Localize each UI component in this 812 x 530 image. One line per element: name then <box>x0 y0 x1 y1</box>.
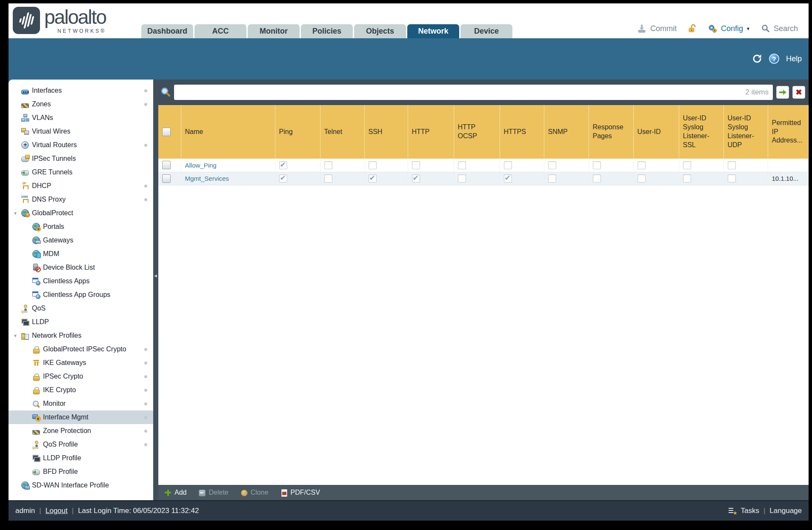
row-1-telnet-checkbox[interactable] <box>324 174 332 182</box>
tasks-icon[interactable] <box>729 507 736 514</box>
table-row[interactable]: Allow_Ping <box>158 159 809 172</box>
row-1-ssh-checkbox[interactable] <box>369 174 377 182</box>
logout-link[interactable]: Logout <box>46 507 68 515</box>
row-0-user-id-checkbox[interactable] <box>638 161 646 169</box>
tab-device[interactable]: Device <box>460 24 512 38</box>
collapse-sidebar-arrow-icon[interactable]: ◄ <box>153 273 158 278</box>
sidebar-item-qos[interactable]: QoS <box>9 302 153 315</box>
row-name-link[interactable]: Allow_Ping <box>185 162 217 169</box>
sidebar-item-sd-wan-interface-profile[interactable]: SD-WAN Interface Profile <box>9 479 153 492</box>
row-0-telnet-checkbox[interactable] <box>324 161 332 169</box>
row-0-response-pages-checkbox[interactable] <box>593 161 601 169</box>
sidebar-item-dhcp[interactable]: DHCP <box>9 179 153 193</box>
sidebar-item-interfaces[interactable]: Interfaces <box>9 84 153 97</box>
search-icon[interactable] <box>761 24 770 33</box>
commit-icon[interactable] <box>637 24 646 33</box>
column-header-permitted-ip-address[interactable]: Permitted IP Address... <box>768 105 809 159</box>
column-header-response-pages[interactable]: Response Pages <box>589 105 633 159</box>
row-0-http-ocsp-checkbox[interactable] <box>458 161 466 169</box>
sidebar-item-globalprotect[interactable]: ▼GlobalProtect <box>9 206 153 220</box>
expand-arrow-icon[interactable]: ▼ <box>12 333 21 338</box>
row-0-ssh-checkbox[interactable] <box>369 161 377 169</box>
sidebar-item-ike-crypto[interactable]: IKE Crypto <box>9 383 153 397</box>
apply-filter-button[interactable] <box>776 86 789 99</box>
column-header-user-id-syslog-listener-ssl[interactable]: User-ID Syslog Listener-SSL <box>679 105 723 159</box>
table-row[interactable]: Mgmt_Services10.1.10... <box>158 172 809 185</box>
sidebar-item-zone-protection[interactable]: Zone Protection <box>9 424 153 438</box>
sidebar-item-virtual-wires[interactable]: Virtual Wires <box>9 125 153 138</box>
sidebar-item-zones[interactable]: Zones <box>9 97 153 111</box>
sidebar-item-clientless-apps[interactable]: Clientless Apps <box>9 274 153 288</box>
row-1-response-pages-checkbox[interactable] <box>593 174 601 182</box>
sidebar-item-virtual-routers[interactable]: Virtual Routers <box>9 138 153 152</box>
tab-objects[interactable]: Objects <box>354 24 406 38</box>
sidebar-item-portals[interactable]: Portals <box>9 220 153 234</box>
sidebar-item-qos-profile[interactable]: QoS Profile <box>9 438 153 451</box>
lock-icon[interactable] <box>688 24 697 33</box>
row-0-http-checkbox[interactable] <box>412 161 420 169</box>
pdf-csv-button[interactable]: PDF/CSV <box>280 489 320 496</box>
column-header-http-ocsp[interactable]: HTTP OCSP <box>454 105 500 159</box>
sidebar-item-vlans[interactable]: VLANs <box>9 111 153 125</box>
tasks-button[interactable]: Tasks <box>741 507 759 515</box>
row-0-ping-checkbox[interactable] <box>279 161 287 169</box>
sidebar-item-clientless-app-groups[interactable]: Clientless App Groups <box>9 288 153 302</box>
sidebar-item-dns-proxy[interactable]: DNS Proxy <box>9 193 153 206</box>
search-button[interactable]: Search <box>774 24 798 33</box>
row-name-link[interactable]: Mgmt_Services <box>185 175 229 182</box>
sidebar-item-ike-gateways[interactable]: IKE Gateways <box>9 356 153 370</box>
row-1-snmp-checkbox[interactable] <box>548 174 556 182</box>
commit-button[interactable]: Commit <box>650 24 677 33</box>
tab-dashboard[interactable]: Dashboard <box>141 24 193 38</box>
sidebar-item-bfd-profile[interactable]: BFD Profile <box>9 465 153 479</box>
config-icon[interactable] <box>708 24 717 33</box>
row-0-https-checkbox[interactable] <box>504 161 512 169</box>
row-1-user-id-syslog-listener-ssl-checkbox[interactable] <box>683 174 691 182</box>
sidebar-item-interface-mgmt[interactable]: Interface Mgmt <box>9 410 153 424</box>
column-header-ssh[interactable]: SSH <box>364 105 408 159</box>
column-header-user-id[interactable]: User-ID <box>633 105 679 159</box>
column-header-snmp[interactable]: SNMP <box>544 105 589 159</box>
column-header-http[interactable]: HTTP <box>408 105 454 159</box>
sidebar-item-lldp[interactable]: LLDP <box>9 315 153 329</box>
row-1-user-id-checkbox[interactable] <box>638 174 646 182</box>
select-all-checkbox[interactable] <box>162 128 171 136</box>
sidebar-item-monitor[interactable]: Monitor <box>9 397 153 410</box>
sidebar-item-lldp-profile[interactable]: LLDP Profile <box>9 451 153 465</box>
sidebar-item-network-profiles[interactable]: ▼Network Profiles <box>9 329 153 342</box>
row-0-user-id-syslog-listener-ssl-checkbox[interactable] <box>683 161 691 169</box>
row-0-select-checkbox[interactable] <box>162 161 171 169</box>
row-1-http-ocsp-checkbox[interactable] <box>458 174 466 182</box>
row-0-snmp-checkbox[interactable] <box>548 161 556 169</box>
sidebar-item-device-block-list[interactable]: Device Block List <box>9 261 153 274</box>
add-button[interactable]: Add <box>164 489 186 496</box>
row-1-select-checkbox[interactable] <box>162 174 171 183</box>
config-dropdown-caret-icon[interactable]: ▼ <box>746 26 750 31</box>
row-1-user-id-syslog-listener-udp-checkbox[interactable] <box>728 174 736 182</box>
expand-arrow-icon[interactable]: ▼ <box>12 211 21 216</box>
language-button[interactable]: Language <box>769 507 802 515</box>
sidebar-item-gre-tunnels[interactable]: GRE Tunnels <box>9 165 153 179</box>
row-1-ping-checkbox[interactable] <box>279 174 287 182</box>
sidebar-item-globalprotect-ipsec-crypto[interactable]: GlobalProtect IPSec Crypto <box>9 342 153 356</box>
tab-acc[interactable]: ACC <box>194 24 246 38</box>
column-header-name[interactable]: Name <box>181 105 275 159</box>
help-icon[interactable]: ? <box>769 54 779 64</box>
tab-policies[interactable]: Policies <box>301 24 353 38</box>
sidebar-item-ipsec-crypto[interactable]: IPSec Crypto <box>9 370 153 383</box>
column-header-ping[interactable]: Ping <box>275 105 320 159</box>
column-header-https[interactable]: HTTPS <box>500 105 544 159</box>
row-1-http-checkbox[interactable] <box>412 174 420 182</box>
sidebar-item-mdm[interactable]: MDM <box>9 247 153 261</box>
help-label[interactable]: Help <box>786 54 802 63</box>
sidebar-item-ipsec-tunnels[interactable]: IPSec Tunnels <box>9 152 153 165</box>
column-header-telnet[interactable]: Telnet <box>320 105 364 159</box>
row-1-https-checkbox[interactable] <box>504 174 512 182</box>
clear-filter-button[interactable]: ✖ <box>792 86 805 99</box>
tab-monitor[interactable]: Monitor <box>248 24 300 38</box>
row-0-user-id-syslog-listener-udp-checkbox[interactable] <box>728 161 736 169</box>
filter-input[interactable] <box>178 88 742 97</box>
column-header-user-id-syslog-listener-udp[interactable]: User-ID Syslog Listener-UDP <box>723 105 768 159</box>
refresh-icon[interactable] <box>752 54 762 64</box>
tab-network[interactable]: Network <box>407 24 459 38</box>
